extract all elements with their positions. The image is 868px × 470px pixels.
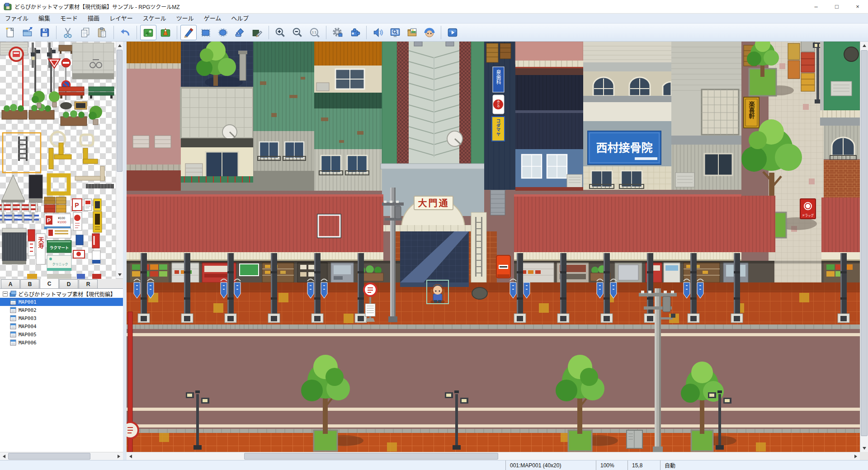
flood-fill-tool-button[interactable] [232,25,248,40]
palette-scroll-up[interactable] [116,42,123,49]
palette-scroll-thumb[interactable] [117,50,123,172]
map-hscrollbar[interactable] [127,452,860,460]
tile-tenju-sign: 天寿 [36,234,45,264]
tile-dark-doorway [29,175,42,203]
tree-item-map002[interactable]: MAP002 [0,306,123,314]
tab-c[interactable]: C [40,278,59,288]
tree-item-map001[interactable]: MAP001 [0,298,123,306]
tree-item-map006[interactable]: MAP006 [0,338,123,347]
shadow-pen-tool-button[interactable] [249,25,265,40]
lattice-building [671,42,741,190]
tile-red-sign-column [73,212,82,230]
map-scroll-up[interactable] [860,42,868,49]
svg-text:みとや: みとや [497,100,500,108]
status-layer-mode: 自動 [660,461,868,470]
playtest-button[interactable] [444,25,461,40]
svg-text:コダマヤ: コダマヤ [496,119,501,136]
play-icon [447,27,458,38]
plugin-manager-button[interactable] [347,25,363,40]
map-canvas[interactable]: 大門通 泉歯科 みとや コダマヤ [127,42,860,452]
menu-file[interactable]: ファイル [0,14,33,24]
new-project-button[interactable] [2,25,19,40]
zoom-out-button[interactable] [289,25,306,40]
sound-test-button[interactable] [370,25,386,40]
ellipse-tool-button[interactable] [215,25,231,40]
menu-scale[interactable]: スケール [138,14,171,24]
tile-grating [86,184,114,188]
save-project-button[interactable] [37,25,53,40]
paste-button[interactable] [94,25,110,40]
panel-scroll-thumb[interactable] [8,453,90,460]
gate-sign-text: 大門通 [418,198,449,208]
toolbar-separator [113,26,114,39]
lane-line [127,333,860,336]
zoom-in-button[interactable] [272,25,288,40]
app-window: どらぴかドットマップ素材【現代街編】サンプル - RPGツクールMZ – □ ×… [0,0,868,470]
tab-d[interactable]: D [59,279,78,288]
pencil-icon [183,27,194,38]
map-vscroll-thumb[interactable] [861,50,868,436]
svg-text:¥100: ¥100 [58,216,65,220]
menu-mode[interactable]: モード [55,14,83,24]
map-scroll-down[interactable] [860,444,868,452]
screen-search-icon [389,27,401,38]
menu-edit[interactable]: 編集 [33,14,55,24]
rectangle-tool-button[interactable] [198,25,214,40]
palette-scroll-down[interactable] [116,271,123,278]
status-coordinates: 15,8 [627,461,660,470]
database-button[interactable] [330,25,346,40]
actual-scale-button[interactable]: 1:1 [307,25,323,40]
cut-button[interactable] [60,25,76,40]
tree-root-row[interactable]: どらぴかドットマップ素材【現代街編】 [0,290,123,298]
buildings-row [127,42,383,191]
tileset-palette[interactable]: P P¥100¥1000 天寿 ラクマート クリニック [0,42,123,279]
tree-item-map003[interactable]: MAP003 [0,314,123,322]
close-button[interactable]: × [847,0,868,14]
pencil-tool-button[interactable] [180,25,197,40]
map-scroll-left[interactable] [127,452,135,460]
floppy-disk-icon [39,27,51,38]
tab-a[interactable]: A [1,279,20,288]
tab-b[interactable]: B [20,279,39,288]
new-file-icon [5,27,16,38]
menu-layer[interactable]: レイヤー [104,14,138,24]
tree-item-map005[interactable]: MAP005 [0,330,123,338]
toolbar-separator [56,26,57,39]
tileset-palette-canvas[interactable]: P P¥100¥1000 天寿 ラクマート クリニック [0,42,116,279]
character-generator-button[interactable] [421,25,438,40]
toolbar-separator [441,26,441,39]
map-mode-icon [142,27,154,38]
palette-vscrollbar[interactable] [116,42,123,278]
map-mode-button[interactable] [140,25,156,40]
paint-bucket-icon [234,27,246,38]
menu-help[interactable]: ヘルプ [226,14,254,24]
copy-button[interactable] [77,25,93,40]
panel-splitter[interactable] [123,42,127,460]
minimize-button[interactable]: – [806,0,826,14]
open-project-button[interactable] [19,25,36,40]
undo-button[interactable] [117,25,133,40]
tile-small-sign [84,199,92,211]
event-mode-button[interactable] [157,25,174,40]
panel-scroll-left[interactable] [0,452,8,460]
panel-hscrollbar[interactable] [0,452,123,460]
maximize-button[interactable]: □ [826,0,847,14]
tree-collapse-icon[interactable] [3,291,8,296]
tab-r[interactable]: R [79,279,98,288]
resource-manager-button[interactable] [404,25,420,40]
main-area: P P¥100¥1000 天寿 ラクマート クリニック [0,42,868,460]
menu-draw[interactable]: 描画 [83,14,104,24]
menu-tools[interactable]: ツール [171,14,199,24]
scissors-icon [62,27,74,38]
panel-scroll-right[interactable] [115,452,123,460]
dental-sign: 泉歯科 [493,67,504,92]
map-vscrollbar[interactable] [860,42,868,452]
menu-game[interactable]: ゲーム [199,14,226,24]
map-hscroll-thumb[interactable] [244,453,498,460]
tree-item-map004[interactable]: MAP004 [0,322,123,330]
tile-planter-table [61,110,87,126]
svg-text:楽喜軒: 楽喜軒 [748,101,755,119]
postbox [496,255,510,278]
event-searcher-button[interactable] [387,25,403,40]
map-scroll-right[interactable] [852,452,860,460]
